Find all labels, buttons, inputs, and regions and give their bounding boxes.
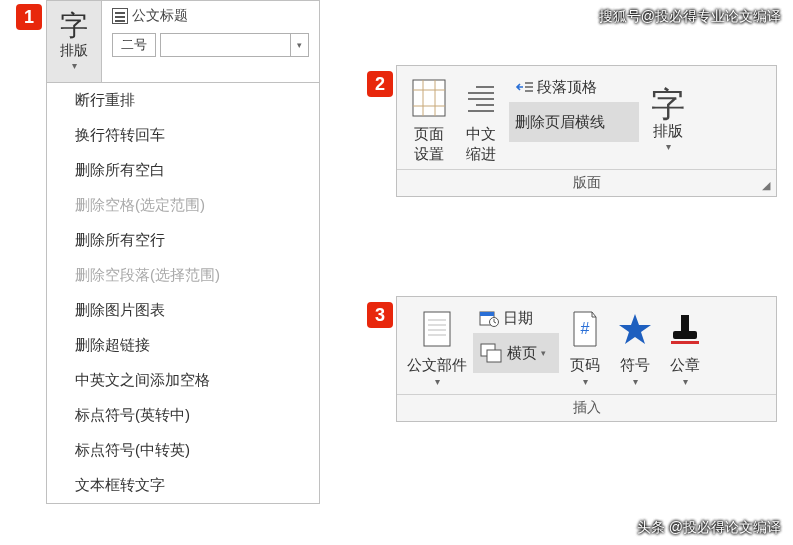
chevron-down-icon: ▾ xyxy=(666,141,671,152)
annotation-badge-3: 3 xyxy=(367,302,393,328)
typeset-menu-item[interactable]: 标点符号(英转中) xyxy=(47,398,319,433)
document-title-button[interactable]: 公文标题 xyxy=(112,7,309,25)
dialog-launcher-icon[interactable]: ◢ xyxy=(762,179,770,192)
typeset-menu-item[interactable]: 删除所有空行 xyxy=(47,223,319,258)
page-number-icon: # xyxy=(565,307,605,351)
annotation-badge-1: 1 xyxy=(16,4,42,30)
doc-parts-label: 公文部件 xyxy=(407,355,467,375)
annotation-badge-2: 2 xyxy=(367,71,393,97)
chevron-down-icon: ▾ xyxy=(290,34,308,56)
symbol-button[interactable]: 符号 ▾ xyxy=(611,305,659,390)
page-setup-button[interactable]: 页面 设置 xyxy=(405,74,453,165)
paragraph-top-icon xyxy=(515,79,533,95)
layout-group-text: 版面 xyxy=(573,174,601,190)
seal-label: 公章 xyxy=(670,355,700,375)
seal-button[interactable]: 公章 ▾ xyxy=(661,305,709,390)
landscape-label: 横页 xyxy=(507,344,537,363)
paragraph-top-label: 段落顶格 xyxy=(537,78,597,97)
svg-rect-27 xyxy=(681,315,689,331)
svg-marker-26 xyxy=(619,314,651,344)
typeset-button[interactable]: 字 排版 ▾ xyxy=(47,1,102,82)
typeset-menu-item: 删除空格(选定范围) xyxy=(47,188,319,223)
panel3-small-column: 日期 横页 ▾ xyxy=(473,305,559,390)
font-row: 二号 ▾ xyxy=(112,33,309,57)
layout-group-label: 版面 ◢ xyxy=(397,169,776,196)
page-setup-label: 页面 设置 xyxy=(414,124,444,163)
chevron-down-icon: ▾ xyxy=(633,375,638,388)
chevron-down-icon: ▾ xyxy=(72,60,77,71)
doc-parts-button[interactable]: 公文部件 ▾ xyxy=(403,305,471,390)
typeset-menu-item[interactable]: 文本框转文字 xyxy=(47,468,319,503)
star-icon xyxy=(615,307,655,351)
page-number-button[interactable]: # 页码 ▾ xyxy=(561,305,609,390)
landscape-icon xyxy=(479,342,503,364)
insert-group-text: 插入 xyxy=(573,399,601,415)
paragraph-top-button[interactable]: 段落顶格 xyxy=(509,74,639,100)
document-title-label: 公文标题 xyxy=(132,7,188,25)
chevron-down-icon: ▾ xyxy=(541,348,546,358)
delete-header-line-label: 删除页眉横线 xyxy=(515,113,605,132)
watermark-bottom: 头条 @投必得论文编译 xyxy=(637,519,781,537)
stamp-icon xyxy=(665,307,705,351)
date-label: 日期 xyxy=(503,309,533,328)
svg-rect-24 xyxy=(487,350,501,362)
page-number-label: 页码 xyxy=(570,355,600,375)
cn-indent-icon xyxy=(461,76,501,120)
svg-rect-19 xyxy=(480,312,494,316)
doc-parts-icon xyxy=(417,307,457,351)
svg-text:#: # xyxy=(581,320,590,337)
document-title-icon xyxy=(112,8,128,24)
typeset-menu-item[interactable]: 删除所有空白 xyxy=(47,153,319,188)
svg-rect-13 xyxy=(424,312,450,346)
typeset-dropdown-panel: 字 排版 ▾ 公文标题 二号 ▾ 断行重排换行符转回车删除所有空白删除空格(选定… xyxy=(46,0,320,504)
typeset-label: 排版 xyxy=(653,122,683,141)
typeset-button-2[interactable]: 字 排版 ▾ xyxy=(643,74,693,165)
typeset-menu-item[interactable]: 中英文之间添加空格 xyxy=(47,363,319,398)
svg-rect-0 xyxy=(413,80,445,116)
insert-ribbon-group: 公文部件 ▾ 日期 横页 ▾ # 页码 ▾ 符号 xyxy=(396,296,777,422)
typeset-menu-item[interactable]: 断行重排 xyxy=(47,83,319,118)
insert-group-label: 插入 xyxy=(397,394,776,421)
typeset-glyph: 字 xyxy=(651,88,685,122)
chevron-down-icon: ▾ xyxy=(683,375,688,388)
panel1-right: 公文标题 二号 ▾ xyxy=(102,1,319,82)
date-button[interactable]: 日期 xyxy=(473,305,559,331)
layout-ribbon-group: 页面 设置 中文 缩进 段落顶格 删除页眉横线 字 排版 ▾ 版面 ◢ xyxy=(396,65,777,197)
panel2-small-column: 段落顶格 删除页眉横线 xyxy=(509,74,639,165)
font-name-select[interactable]: ▾ xyxy=(160,33,309,57)
watermark-top: 搜狐号@投必得专业论文编译 xyxy=(599,8,781,26)
typeset-label: 排版 xyxy=(60,42,88,60)
typeset-menu-item: 删除空段落(选择范围) xyxy=(47,258,319,293)
landscape-button[interactable]: 横页 ▾ xyxy=(473,333,559,373)
typeset-menu: 断行重排换行符转回车删除所有空白删除空格(选定范围)删除所有空行删除空段落(选择… xyxy=(47,83,319,503)
cn-indent-button[interactable]: 中文 缩进 xyxy=(457,74,505,165)
page-setup-icon xyxy=(409,76,449,120)
symbol-label: 符号 xyxy=(620,355,650,375)
chevron-down-icon: ▾ xyxy=(435,375,440,388)
date-icon xyxy=(479,309,499,327)
typeset-menu-item[interactable]: 标点符号(中转英) xyxy=(47,433,319,468)
typeset-glyph: 字 xyxy=(60,12,88,40)
cn-indent-label: 中文 缩进 xyxy=(466,124,496,163)
font-size-select[interactable]: 二号 xyxy=(112,33,156,57)
chevron-down-icon: ▾ xyxy=(583,375,588,388)
svg-rect-29 xyxy=(671,341,699,344)
panel1-header: 字 排版 ▾ 公文标题 二号 ▾ xyxy=(47,1,319,83)
typeset-menu-item[interactable]: 删除图片图表 xyxy=(47,293,319,328)
typeset-menu-item[interactable]: 换行符转回车 xyxy=(47,118,319,153)
typeset-menu-item[interactable]: 删除超链接 xyxy=(47,328,319,363)
svg-rect-28 xyxy=(673,331,697,339)
delete-header-line-button[interactable]: 删除页眉横线 xyxy=(509,102,639,142)
